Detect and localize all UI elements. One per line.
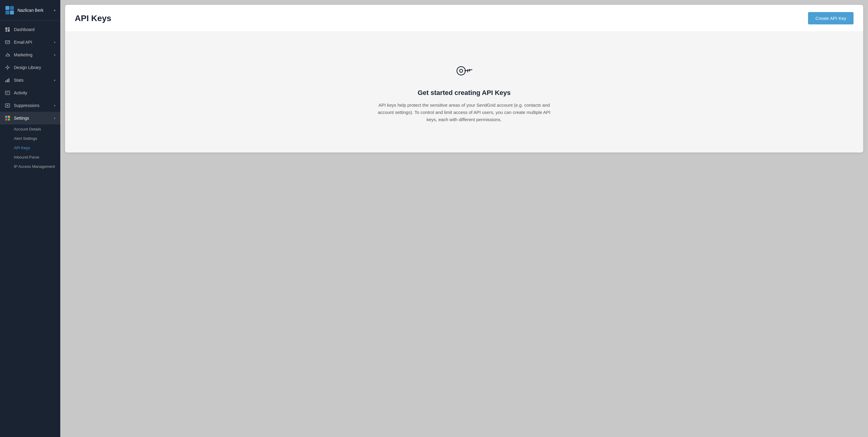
empty-state-title: Get started creating API Keys [418, 89, 511, 97]
sidebar-nav: Dashboard Email API ▾ Marketing ▾ [0, 21, 60, 437]
activity-icon [5, 90, 10, 96]
main-content: API Keys Create API Key Get started crea… [60, 0, 868, 437]
user-menu[interactable]: Nazlican Berk ▾ [0, 0, 60, 21]
settings-chevron-icon: ▾ [54, 117, 56, 120]
create-api-key-button[interactable]: Create API Key [808, 12, 854, 24]
card-header: API Keys Create API Key [65, 5, 863, 32]
content-card: API Keys Create API Key Get started crea… [65, 5, 863, 153]
svg-point-1 [7, 67, 8, 68]
user-chevron-icon: ▾ [54, 9, 56, 12]
sidebar-item-marketing-label: Marketing [14, 53, 32, 57]
svg-rect-16 [8, 116, 10, 118]
svg-rect-17 [5, 119, 7, 121]
sidebar-item-suppressions-label: Suppressions [14, 103, 39, 108]
email-api-chevron-icon: ▾ [54, 41, 56, 44]
suppressions-chevron-icon: ▾ [54, 104, 56, 107]
page-title: API Keys [75, 13, 111, 23]
email-api-icon [5, 39, 10, 45]
svg-rect-15 [5, 116, 7, 118]
svg-rect-8 [8, 79, 9, 82]
empty-state-description: API keys help protect the sensitive area… [374, 101, 555, 123]
user-name: Nazlican Berk [18, 8, 43, 13]
svg-rect-7 [7, 79, 8, 82]
sidebar: Nazlican Berk ▾ Dashboard Email API ▾ [0, 0, 60, 437]
empty-state: Get started creating API Keys API keys h… [65, 32, 863, 153]
settings-sub-nav: Account Details Alert Settings API Keys … [0, 124, 60, 173]
sidebar-item-stats[interactable]: Stats ▾ [0, 74, 60, 87]
sidebar-item-alert-settings[interactable]: Alert Settings [0, 134, 60, 143]
sidebar-item-stats-label: Stats [14, 78, 24, 83]
sidebar-item-account-details[interactable]: Account Details [0, 124, 60, 134]
stats-chevron-icon: ▾ [54, 79, 56, 82]
logo-icon [5, 5, 14, 15]
sidebar-item-email-api[interactable]: Email API ▾ [0, 36, 60, 49]
settings-icon [5, 116, 10, 121]
sidebar-item-suppressions[interactable]: Suppressions ▾ [0, 99, 60, 112]
svg-line-21 [465, 70, 472, 71]
sidebar-item-marketing[interactable]: Marketing ▾ [0, 49, 60, 61]
sidebar-item-ip-access-management[interactable]: IP Access Management [0, 162, 60, 171]
design-library-icon [5, 65, 10, 70]
sidebar-item-design-library[interactable]: Design Library [0, 61, 60, 74]
suppressions-icon [5, 103, 10, 108]
sidebar-item-dashboard[interactable]: Dashboard [0, 23, 60, 36]
sidebar-item-activity[interactable]: Activity [0, 87, 60, 99]
key-icon [455, 61, 474, 82]
svg-point-20 [460, 69, 463, 72]
svg-point-19 [457, 67, 465, 75]
svg-rect-6 [5, 81, 6, 82]
stats-icon [5, 77, 10, 83]
marketing-chevron-icon: ▾ [54, 53, 56, 57]
svg-rect-0 [5, 41, 10, 44]
sidebar-item-settings[interactable]: Settings ▾ [0, 112, 60, 124]
sidebar-item-api-keys[interactable]: API Keys [0, 143, 60, 153]
sidebar-item-design-library-label: Design Library [14, 65, 41, 70]
sidebar-item-email-api-label: Email API [14, 40, 32, 44]
dashboard-icon [5, 27, 10, 32]
sidebar-item-inbound-parse[interactable]: Inbound Parse [0, 153, 60, 162]
marketing-icon [5, 52, 10, 58]
sidebar-item-activity-label: Activity [14, 90, 27, 95]
svg-rect-9 [5, 91, 10, 95]
svg-rect-18 [8, 119, 10, 121]
sidebar-item-dashboard-label: Dashboard [14, 27, 35, 32]
sidebar-item-settings-label: Settings [14, 116, 29, 121]
